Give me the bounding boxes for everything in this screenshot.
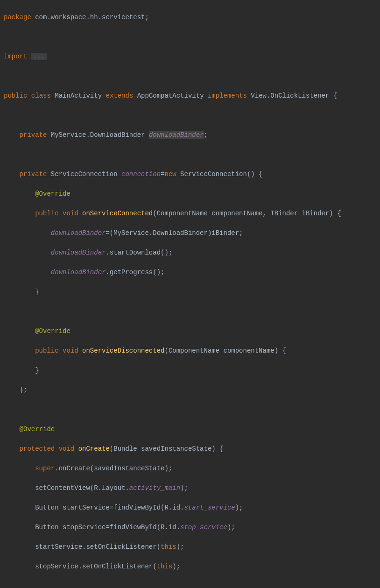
stmt: =(MyService.DownloadBinder)iBinder; xyxy=(106,229,243,237)
fold-indicator[interactable]: ... xyxy=(31,53,47,60)
stmt: startService.setOnClickListener( xyxy=(4,543,161,551)
code-line[interactable]: }; xyxy=(4,385,380,395)
code-line[interactable] xyxy=(4,71,380,81)
code-line[interactable]: Button stopService=findViewById(R.id.sto… xyxy=(4,523,380,532)
code-line[interactable]: super.onCreate(savedInstanceState); xyxy=(4,464,380,474)
super-type: AppCompatActivity xyxy=(137,92,204,99)
annotation: @Override xyxy=(35,190,70,198)
code-line[interactable]: } xyxy=(4,366,380,375)
code-line[interactable]: Button startService=findViewById(R.id.st… xyxy=(4,503,380,513)
resource-id: stop_service xyxy=(180,524,227,531)
method-name: onServiceConnected xyxy=(82,210,153,217)
semi: ); xyxy=(172,563,180,570)
code-line[interactable] xyxy=(4,581,380,588)
code-line[interactable]: setContentView(R.layout.activity_main); xyxy=(4,483,380,493)
params: (Bundle savedInstanceState) { xyxy=(110,445,224,453)
code-line[interactable]: public class MainActivity extends AppCom… xyxy=(4,91,380,101)
field: downloadBinder xyxy=(149,131,204,139)
this-keyword: this xyxy=(157,563,173,570)
stmt: stopService.setOnClickListener( xyxy=(4,563,157,570)
code-line[interactable]: import ... xyxy=(4,52,380,62)
code-line[interactable]: public void onServiceConnected(Component… xyxy=(4,209,380,219)
modifier: private xyxy=(4,131,51,139)
new-keyword: new xyxy=(164,170,180,178)
interface-type: View.OnClickListener xyxy=(251,92,329,99)
indent xyxy=(4,249,51,256)
code-line[interactable]: private MyService.DownloadBinder downloa… xyxy=(4,130,380,140)
type: MyService.DownloadBinder xyxy=(51,131,149,139)
import-keyword: import xyxy=(4,53,27,60)
resource-id: start_service xyxy=(184,504,235,511)
method-name: onCreate xyxy=(78,445,110,453)
indent xyxy=(4,269,51,276)
code-line[interactable]: protected void onCreate(Bundle savedInst… xyxy=(4,444,380,454)
code-line[interactable] xyxy=(4,32,380,42)
stmt: setContentView(R.layout. xyxy=(4,484,129,492)
code-line[interactable]: @Override xyxy=(4,326,380,336)
brace: }; xyxy=(4,386,27,394)
indent xyxy=(4,229,51,237)
field: downloadBinder xyxy=(51,249,106,256)
code-line[interactable] xyxy=(4,405,380,415)
annotation: @Override xyxy=(20,425,55,433)
semi: ; xyxy=(204,131,208,139)
code-line[interactable]: @Override xyxy=(4,189,380,199)
stmt: .startDownload(); xyxy=(106,249,172,256)
annotation: @Override xyxy=(35,327,70,335)
code-editor[interactable]: package com.workspace.hh.servicetest; im… xyxy=(0,0,380,588)
semi: ); xyxy=(180,484,188,492)
code-line[interactable]: downloadBinder.startDownload(); xyxy=(4,248,380,258)
brace: } xyxy=(4,288,39,296)
semi: ); xyxy=(176,543,184,551)
field: connection xyxy=(121,170,161,178)
semi: ); xyxy=(235,504,243,511)
indent xyxy=(4,425,20,433)
semi: ); xyxy=(227,524,235,531)
field: downloadBinder xyxy=(51,269,106,276)
ctor: ServiceConnection xyxy=(180,170,247,178)
code-line[interactable]: package com.workspace.hh.servicetest; xyxy=(4,13,380,22)
extends-keyword: extends xyxy=(102,92,137,99)
indent xyxy=(4,465,35,472)
code-line[interactable]: downloadBinder=(MyService.DownloadBinder… xyxy=(4,228,380,238)
code-line[interactable] xyxy=(4,150,380,160)
class-name: MainActivity xyxy=(55,92,102,99)
resource-id: activity_main xyxy=(129,484,180,492)
stmt: .onCreate(savedInstanceState); xyxy=(55,465,172,472)
stmt: Button startService=findViewById(R.id. xyxy=(4,504,184,511)
super-keyword: super xyxy=(35,465,55,472)
code-line[interactable]: @Override xyxy=(4,425,380,434)
this-keyword: this xyxy=(161,543,176,551)
modifier: private xyxy=(4,170,51,178)
stmt: Button stopService=findViewById(R.id. xyxy=(4,524,180,531)
brace: () { xyxy=(247,170,263,178)
type: ServiceConnection xyxy=(51,170,121,178)
code-line[interactable]: downloadBinder.getProgress(); xyxy=(4,268,380,277)
implements-keyword: implements xyxy=(204,92,251,99)
code-line[interactable]: startService.setOnClickListener(this); xyxy=(4,542,380,552)
code-line[interactable]: } xyxy=(4,287,380,297)
code-line[interactable] xyxy=(4,111,380,120)
params: (ComponentName componentName, IBinder iB… xyxy=(153,210,341,217)
params: (ComponentName componentName) { xyxy=(164,347,286,354)
code-line[interactable]: private ServiceConnection connection=new… xyxy=(4,170,380,179)
code-line[interactable]: stopService.setOnClickListener(this); xyxy=(4,562,380,572)
code-line[interactable]: public void onServiceDisconnected(Compon… xyxy=(4,346,380,356)
method-name: onServiceDisconnected xyxy=(82,347,164,354)
brace: } xyxy=(4,367,39,374)
brace: { xyxy=(329,92,337,99)
field: downloadBinder xyxy=(51,229,106,237)
code-line[interactable] xyxy=(4,307,380,317)
stmt: .getProgress(); xyxy=(106,269,164,276)
